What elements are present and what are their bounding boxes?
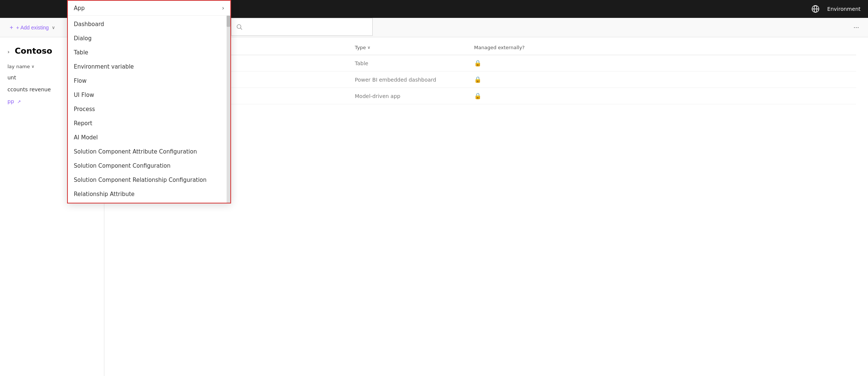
dropdown-item-ai-model[interactable]: AI Model	[68, 130, 227, 145]
dropdown-item-ui-flow[interactable]: UI Flow	[68, 88, 227, 102]
td-type-label-1: Power BI embedded dashboard	[355, 77, 436, 83]
dropdown-item-dialog[interactable]: Dialog	[68, 31, 227, 45]
list-item-label-0: unt	[7, 75, 16, 80]
dropdown-list: Dashboard Dialog Table Environment varia…	[68, 16, 227, 203]
dropdown-item-report[interactable]: Report	[68, 116, 227, 130]
dropdown-app-item[interactable]: App ›	[68, 1, 230, 16]
add-existing-label: + Add existing	[16, 25, 49, 31]
dropdown-app-chevron: ›	[222, 4, 224, 12]
dropdown-overlay: App › Dashboard Dialog Table Environment…	[67, 0, 231, 203]
col-header-chevron: ∨	[31, 64, 34, 69]
dropdown-item-env-variable[interactable]: Environment variable	[68, 60, 227, 74]
dropdown-app-label: App	[74, 5, 85, 12]
ellipsis-button[interactable]: ···	[850, 22, 862, 33]
col-header-label: lay name	[7, 64, 30, 69]
dropdown-item-solution-component-config[interactable]: Solution Component Configuration	[68, 159, 227, 173]
th-managed: Managed externally?	[474, 45, 525, 50]
solution-name: Contoso	[15, 46, 52, 56]
svg-line-4	[240, 28, 242, 29]
dropdown-item-flow[interactable]: Flow	[68, 74, 227, 88]
td-type-0: Table	[355, 60, 459, 66]
external-link-icon: ↗	[17, 99, 21, 104]
lock-icon-0: 🔒	[474, 60, 482, 67]
td-type-label-0: Table	[355, 60, 368, 66]
globe-icon[interactable]	[809, 3, 821, 15]
dropdown-item-table[interactable]: Table	[68, 45, 227, 60]
plus-icon: +	[10, 24, 13, 31]
top-bar-right: Environment	[809, 3, 861, 15]
th-managed-label: Managed externally?	[474, 45, 525, 50]
list-item-label-1: ccounts revenue	[7, 86, 51, 92]
dropdown-item-solution-component-attribute[interactable]: Solution Component Attribute Configurati…	[68, 145, 227, 159]
toolbar-more: ···	[850, 22, 862, 33]
td-type-1: Power BI embedded dashboard	[355, 77, 459, 83]
td-managed-0: 🔒	[474, 60, 482, 67]
dropdown-item-relationship-attribute[interactable]: Relationship Attribute	[68, 187, 227, 201]
th-type-label: Type	[355, 45, 366, 50]
th-type-chevron: ∨	[367, 45, 370, 50]
dropdown-item-process[interactable]: Process	[68, 102, 227, 116]
td-type-2: Model-driven app	[355, 93, 459, 99]
svg-point-3	[237, 25, 241, 29]
lock-icon-1: 🔒	[474, 76, 482, 83]
search-icon	[236, 23, 243, 30]
solution-chevron: ›	[7, 49, 10, 55]
td-managed-1: 🔒	[474, 76, 482, 83]
dropdown-scroll-area: Dashboard Dialog Table Environment varia…	[68, 16, 230, 203]
add-existing-button[interactable]: + + Add existing ∨	[6, 22, 59, 33]
dropdown-scrollbar-thumb[interactable]	[227, 16, 230, 27]
th-type[interactable]: Type ∨	[355, 45, 459, 50]
list-item-label-2: pp	[7, 98, 14, 104]
add-existing-chevron: ∨	[52, 25, 55, 30]
td-type-label-2: Model-driven app	[355, 93, 400, 99]
lock-icon-2: 🔒	[474, 92, 482, 99]
td-managed-2: 🔒	[474, 92, 482, 99]
dropdown-item-dashboard[interactable]: Dashboard	[68, 17, 227, 31]
environment-label: Environment	[827, 6, 861, 12]
dropdown-item-solution-component-relationship[interactable]: Solution Component Relationship Configur…	[68, 173, 227, 187]
dropdown-scrollbar[interactable]	[227, 16, 230, 203]
search-bar-area	[231, 18, 373, 36]
